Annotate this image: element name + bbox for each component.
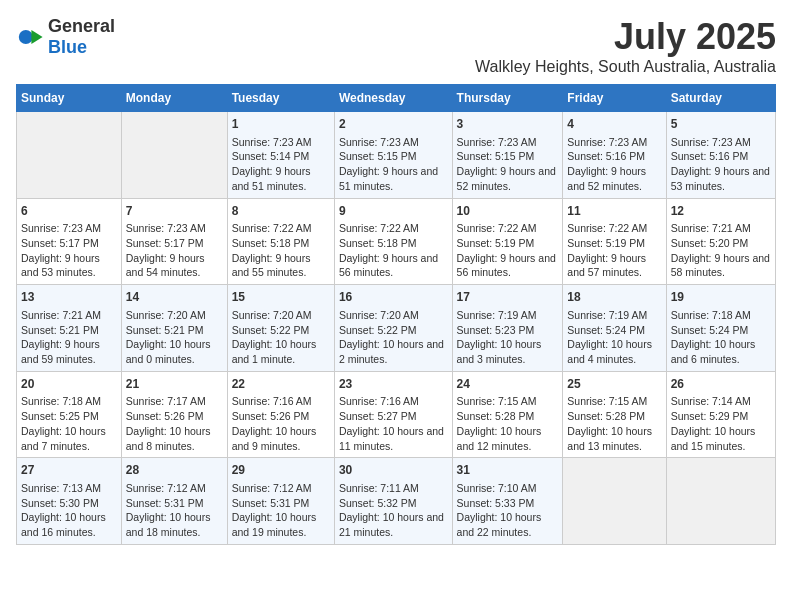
day-info: Sunset: 5:15 PM <box>339 149 448 164</box>
calendar-cell: 31Sunrise: 7:10 AMSunset: 5:33 PMDayligh… <box>452 458 563 545</box>
day-info: Sunset: 5:17 PM <box>126 236 223 251</box>
day-info: Daylight: 10 hours and 11 minutes. <box>339 424 448 453</box>
day-info: Daylight: 10 hours and 6 minutes. <box>671 337 771 366</box>
day-number: 31 <box>457 462 559 479</box>
day-number: 18 <box>567 289 661 306</box>
calendar-cell: 23Sunrise: 7:16 AMSunset: 5:27 PMDayligh… <box>334 371 452 458</box>
day-info: Daylight: 9 hours and 58 minutes. <box>671 251 771 280</box>
day-number: 10 <box>457 203 559 220</box>
day-info: Daylight: 9 hours and 51 minutes. <box>339 164 448 193</box>
header-saturday: Saturday <box>666 85 775 112</box>
day-info: Sunset: 5:19 PM <box>457 236 559 251</box>
calendar-cell: 10Sunrise: 7:22 AMSunset: 5:19 PMDayligh… <box>452 198 563 285</box>
day-number: 8 <box>232 203 330 220</box>
day-info: Sunrise: 7:19 AM <box>567 308 661 323</box>
day-info: Sunset: 5:25 PM <box>21 409 117 424</box>
day-number: 29 <box>232 462 330 479</box>
day-info: Sunrise: 7:22 AM <box>339 221 448 236</box>
day-info: Sunset: 5:22 PM <box>339 323 448 338</box>
day-number: 5 <box>671 116 771 133</box>
day-info: Sunrise: 7:23 AM <box>339 135 448 150</box>
day-info: Sunset: 5:26 PM <box>232 409 330 424</box>
day-info: Sunrise: 7:17 AM <box>126 394 223 409</box>
calendar-cell: 18Sunrise: 7:19 AMSunset: 5:24 PMDayligh… <box>563 285 666 372</box>
day-info: Sunset: 5:31 PM <box>232 496 330 511</box>
day-number: 13 <box>21 289 117 306</box>
calendar-table: SundayMondayTuesdayWednesdayThursdayFrid… <box>16 84 776 545</box>
calendar-cell <box>121 112 227 199</box>
day-info: Sunset: 5:28 PM <box>567 409 661 424</box>
day-info: Sunrise: 7:12 AM <box>232 481 330 496</box>
day-info: Sunrise: 7:19 AM <box>457 308 559 323</box>
calendar-week-1: 1Sunrise: 7:23 AMSunset: 5:14 PMDaylight… <box>17 112 776 199</box>
calendar-cell: 24Sunrise: 7:15 AMSunset: 5:28 PMDayligh… <box>452 371 563 458</box>
day-info: Sunset: 5:16 PM <box>567 149 661 164</box>
day-info: Daylight: 10 hours and 9 minutes. <box>232 424 330 453</box>
day-info: Daylight: 10 hours and 2 minutes. <box>339 337 448 366</box>
day-number: 30 <box>339 462 448 479</box>
day-info: Daylight: 9 hours and 51 minutes. <box>232 164 330 193</box>
svg-point-0 <box>19 30 33 44</box>
calendar-cell <box>17 112 122 199</box>
title-area: July 2025 Walkley Heights, South Austral… <box>475 16 776 76</box>
day-number: 15 <box>232 289 330 306</box>
day-number: 6 <box>21 203 117 220</box>
day-info: Sunrise: 7:20 AM <box>339 308 448 323</box>
day-info: Daylight: 10 hours and 12 minutes. <box>457 424 559 453</box>
calendar-cell: 11Sunrise: 7:22 AMSunset: 5:19 PMDayligh… <box>563 198 666 285</box>
day-info: Sunset: 5:32 PM <box>339 496 448 511</box>
day-info: Daylight: 10 hours and 7 minutes. <box>21 424 117 453</box>
day-info: Sunrise: 7:23 AM <box>567 135 661 150</box>
calendar-header-row: SundayMondayTuesdayWednesdayThursdayFrid… <box>17 85 776 112</box>
day-number: 27 <box>21 462 117 479</box>
calendar-cell: 20Sunrise: 7:18 AMSunset: 5:25 PMDayligh… <box>17 371 122 458</box>
day-info: Sunrise: 7:13 AM <box>21 481 117 496</box>
calendar-cell: 30Sunrise: 7:11 AMSunset: 5:32 PMDayligh… <box>334 458 452 545</box>
calendar-cell: 8Sunrise: 7:22 AMSunset: 5:18 PMDaylight… <box>227 198 334 285</box>
day-info: Sunrise: 7:18 AM <box>671 308 771 323</box>
day-info: Sunrise: 7:16 AM <box>232 394 330 409</box>
day-info: Sunrise: 7:23 AM <box>126 221 223 236</box>
calendar-cell: 1Sunrise: 7:23 AMSunset: 5:14 PMDaylight… <box>227 112 334 199</box>
day-info: Sunset: 5:30 PM <box>21 496 117 511</box>
day-info: Sunset: 5:20 PM <box>671 236 771 251</box>
calendar-cell: 5Sunrise: 7:23 AMSunset: 5:16 PMDaylight… <box>666 112 775 199</box>
day-info: Sunrise: 7:23 AM <box>457 135 559 150</box>
calendar-cell: 19Sunrise: 7:18 AMSunset: 5:24 PMDayligh… <box>666 285 775 372</box>
calendar-cell: 7Sunrise: 7:23 AMSunset: 5:17 PMDaylight… <box>121 198 227 285</box>
day-info: Sunrise: 7:23 AM <box>671 135 771 150</box>
day-info: Sunrise: 7:14 AM <box>671 394 771 409</box>
calendar-cell: 22Sunrise: 7:16 AMSunset: 5:26 PMDayligh… <box>227 371 334 458</box>
calendar-cell: 27Sunrise: 7:13 AMSunset: 5:30 PMDayligh… <box>17 458 122 545</box>
day-number: 19 <box>671 289 771 306</box>
day-info: Sunrise: 7:18 AM <box>21 394 117 409</box>
day-info: Daylight: 10 hours and 16 minutes. <box>21 510 117 539</box>
day-info: Sunrise: 7:20 AM <box>126 308 223 323</box>
day-info: Daylight: 9 hours and 59 minutes. <box>21 337 117 366</box>
day-info: Sunset: 5:28 PM <box>457 409 559 424</box>
calendar-cell: 6Sunrise: 7:23 AMSunset: 5:17 PMDaylight… <box>17 198 122 285</box>
day-info: Daylight: 9 hours and 53 minutes. <box>21 251 117 280</box>
day-info: Sunset: 5:15 PM <box>457 149 559 164</box>
day-info: Daylight: 9 hours and 56 minutes. <box>457 251 559 280</box>
main-title: July 2025 <box>475 16 776 58</box>
calendar-cell: 21Sunrise: 7:17 AMSunset: 5:26 PMDayligh… <box>121 371 227 458</box>
day-number: 1 <box>232 116 330 133</box>
day-info: Sunset: 5:17 PM <box>21 236 117 251</box>
day-number: 12 <box>671 203 771 220</box>
day-info: Daylight: 10 hours and 4 minutes. <box>567 337 661 366</box>
subtitle: Walkley Heights, South Australia, Austra… <box>475 58 776 76</box>
calendar-cell <box>666 458 775 545</box>
calendar-cell: 13Sunrise: 7:21 AMSunset: 5:21 PMDayligh… <box>17 285 122 372</box>
day-info: Daylight: 9 hours and 52 minutes. <box>567 164 661 193</box>
day-number: 26 <box>671 376 771 393</box>
day-info: Sunset: 5:31 PM <box>126 496 223 511</box>
svg-marker-1 <box>31 30 42 44</box>
day-info: Daylight: 10 hours and 13 minutes. <box>567 424 661 453</box>
day-info: Sunrise: 7:23 AM <box>232 135 330 150</box>
calendar-cell: 28Sunrise: 7:12 AMSunset: 5:31 PMDayligh… <box>121 458 227 545</box>
day-number: 28 <box>126 462 223 479</box>
day-info: Sunset: 5:26 PM <box>126 409 223 424</box>
day-number: 17 <box>457 289 559 306</box>
day-number: 2 <box>339 116 448 133</box>
